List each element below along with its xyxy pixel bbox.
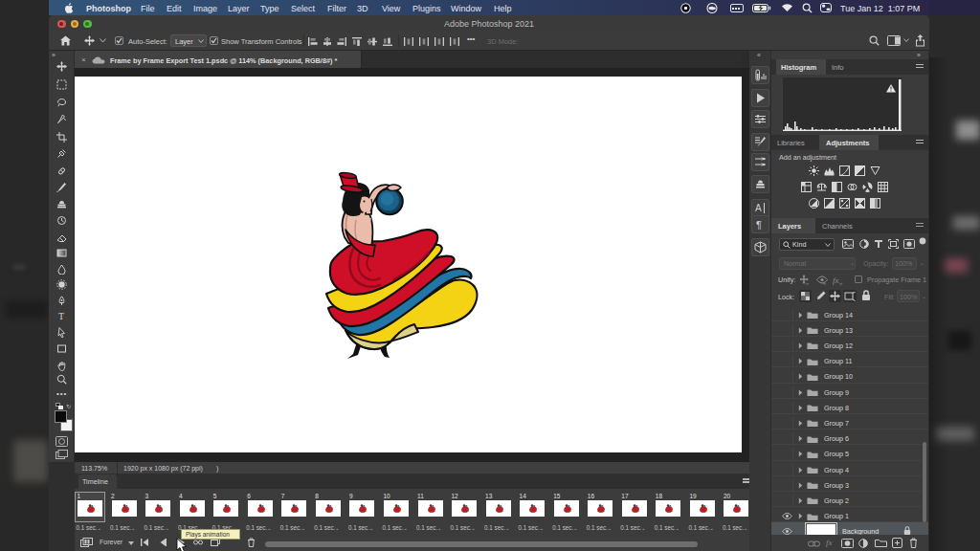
svg-text:fx: fx	[833, 276, 839, 285]
svg-text:¶: ¶	[756, 219, 762, 231]
svg-text:T: T	[58, 311, 64, 321]
svg-text:A: A	[755, 203, 762, 213]
svg-text:∞: ∞	[823, 281, 826, 286]
svg-text:∞: ∞	[839, 281, 842, 286]
svg-text:∞: ∞	[806, 281, 809, 286]
